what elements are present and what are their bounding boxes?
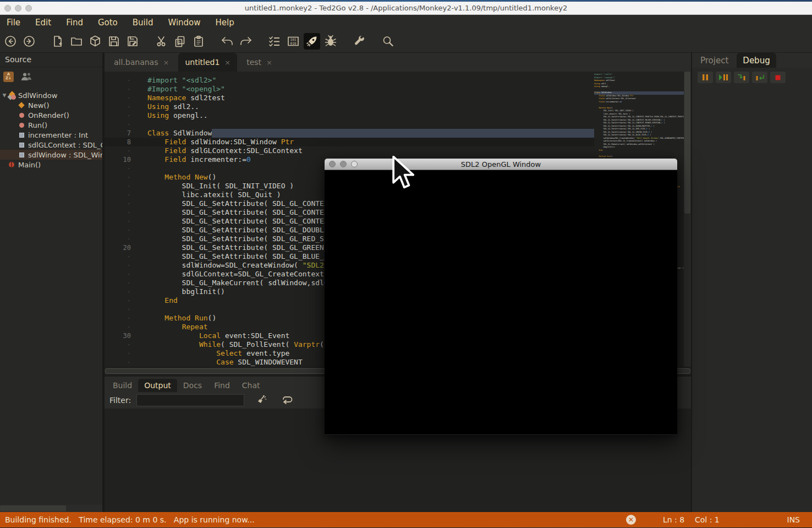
- status-line-number: Ln : 8: [663, 515, 684, 524]
- menu-edit[interactable]: Edit: [35, 18, 51, 28]
- status-column-number: Col : 1: [695, 515, 720, 524]
- code-text: Field incrementer:=0: [139, 155, 251, 164]
- sdl-window-title: SDL2 OpenGL Window: [325, 160, 677, 168]
- sdl-window-titlebar[interactable]: SDL2 OpenGL Window: [325, 159, 677, 170]
- gutter-line-number: ·: [105, 235, 139, 243]
- panel-tab-build[interactable]: Build: [107, 379, 138, 392]
- open-folder-icon[interactable]: [68, 33, 85, 50]
- tab-untitled1[interactable]: untitled1×: [178, 53, 237, 72]
- code-text: Field sdlWindow:SDL_Window Ptr: [139, 138, 294, 146]
- expand-arrow-icon[interactable]: ▼: [1, 92, 8, 98]
- code-text: Select event.type: [139, 349, 289, 358]
- binary-icon[interactable]: 101010: [285, 33, 301, 50]
- tab-all-bananas[interactable]: all.bananas×: [107, 53, 175, 72]
- search-icon[interactable]: [380, 33, 396, 50]
- menu-find[interactable]: Find: [66, 18, 83, 28]
- undo-icon[interactable]: [219, 33, 235, 50]
- tab-close-icon[interactable]: ×: [224, 58, 231, 67]
- todo-list-icon[interactable]: [266, 33, 283, 50]
- panel-tab-output[interactable]: Output: [138, 379, 177, 392]
- step-out-button[interactable]: [752, 72, 767, 83]
- new-file-icon[interactable]: [50, 33, 66, 50]
- gutter-line-number: 7: [105, 129, 139, 138]
- wrench-icon[interactable]: [351, 33, 367, 50]
- gutter-line-number: ·: [105, 182, 139, 190]
- filter-input[interactable]: [136, 394, 244, 406]
- close-traffic-light[interactable]: [4, 5, 11, 12]
- tree-item-incrementer-int[interactable]: incrementer : Int: [0, 130, 102, 140]
- tree-item-label: sdlWindow : SDL_Window Ptr: [28, 151, 102, 159]
- redo-icon[interactable]: [238, 33, 254, 50]
- gutter-line-number: ·: [105, 305, 139, 314]
- panel-tab-docs[interactable]: Docs: [177, 379, 208, 392]
- status-bar: Building finished. Time elapsed: 0 m 0 s…: [0, 512, 812, 527]
- paste-icon[interactable]: [190, 33, 207, 50]
- gutter-line-number: ·: [105, 270, 139, 279]
- code-text: [139, 120, 147, 129]
- tree-item-run[interactable]: Run(): [0, 120, 102, 130]
- tab-close-icon[interactable]: ×: [163, 58, 169, 67]
- debug-controls: [692, 68, 812, 83]
- gutter-line-number: ·: [105, 358, 139, 367]
- tab-debug[interactable]: Debug: [737, 53, 776, 68]
- forward-icon[interactable]: [21, 33, 37, 50]
- tree-item-sdlwindow[interactable]: ▼SdlWindow: [0, 90, 102, 100]
- sdl-overlay-window[interactable]: SDL2 OpenGL Window: [325, 159, 677, 435]
- menu-file[interactable]: File: [7, 18, 20, 28]
- tree-item-label: incrementer : Int: [28, 131, 88, 139]
- debug-bug-icon[interactable]: [322, 33, 339, 50]
- selection-highlight: [212, 129, 594, 138]
- sidebar-hscrollbar[interactable]: [0, 505, 102, 512]
- resume-button[interactable]: [716, 72, 731, 83]
- menu-help[interactable]: Help: [216, 18, 234, 28]
- menu-window[interactable]: Window: [168, 18, 200, 28]
- stop-process-icon[interactable]: ✕: [626, 515, 636, 525]
- minimize-traffic-light[interactable]: [15, 5, 21, 12]
- cut-icon[interactable]: [153, 33, 169, 50]
- editor-tabbar: all.bananas×untitled1×test×: [105, 53, 691, 72]
- tree-item-label: Run(): [28, 121, 47, 129]
- menu-build[interactable]: Build: [133, 18, 153, 28]
- tree-item-new[interactable]: New(): [0, 100, 102, 110]
- run-rocket-icon[interactable]: [304, 33, 320, 50]
- editor-vscroll-thumb[interactable]: [684, 72, 690, 214]
- field-icon: [18, 131, 26, 139]
- pause-button[interactable]: [698, 72, 713, 83]
- package-icon[interactable]: [87, 33, 103, 50]
- scroll-lock-loop-icon[interactable]: [281, 395, 294, 406]
- zoom-traffic-light[interactable]: [25, 5, 32, 12]
- editor-vscrollbar[interactable]: [684, 72, 691, 367]
- tree-item-onrender[interactable]: OnRender(): [0, 110, 102, 120]
- tab-project[interactable]: Project: [694, 53, 734, 68]
- stop-button[interactable]: [770, 72, 786, 83]
- gutter-line-number: ·: [105, 296, 139, 305]
- window-titlebar[interactable]: untitled1.monkey2 - Ted2Go v2.8 - /Appli…: [0, 2, 812, 15]
- back-icon[interactable]: [2, 33, 19, 50]
- status-insert-mode: INS: [787, 515, 800, 524]
- clear-output-broom-icon[interactable]: [256, 394, 268, 407]
- copy-icon[interactable]: [172, 33, 188, 50]
- gutter-line-number: 20: [105, 243, 139, 252]
- tab-test[interactable]: test×: [240, 53, 279, 72]
- save-icon[interactable]: [106, 33, 122, 50]
- sidebar-hscroll-thumb[interactable]: [0, 505, 66, 511]
- panel-tab-find[interactable]: Find: [208, 379, 236, 392]
- code-text: [139, 164, 147, 173]
- code-text: Case SDL_WINDOWEVENT: [139, 358, 303, 367]
- tree-item-label: New(): [28, 101, 50, 110]
- tree-item-main[interactable]: Main(): [0, 160, 102, 170]
- class-icon: [8, 91, 16, 100]
- menu-goto[interactable]: Goto: [98, 18, 118, 28]
- tree-item-sdlwindow-sdl-window-ptr[interactable]: sdlWindow : SDL_Window Ptr: [0, 150, 102, 160]
- step-into-button[interactable]: [734, 72, 749, 83]
- gutter-line-number: ·: [105, 173, 139, 182]
- tree-item-sdlglcontext-sdl-glcontext[interactable]: sdlGLContext : SDL_GLContext: [0, 140, 102, 150]
- members-icon[interactable]: [20, 72, 32, 81]
- panel-tab-chat[interactable]: Chat: [236, 379, 266, 392]
- tab-close-icon[interactable]: ×: [266, 58, 272, 67]
- sort-alpha-icon[interactable]: AZ↓: [3, 72, 14, 82]
- right-panel: ProjectDebug: [691, 53, 812, 512]
- gutter-line-number: ·: [105, 208, 139, 217]
- sdl-gl-viewport: [325, 170, 677, 434]
- save-as-icon[interactable]: [124, 33, 141, 50]
